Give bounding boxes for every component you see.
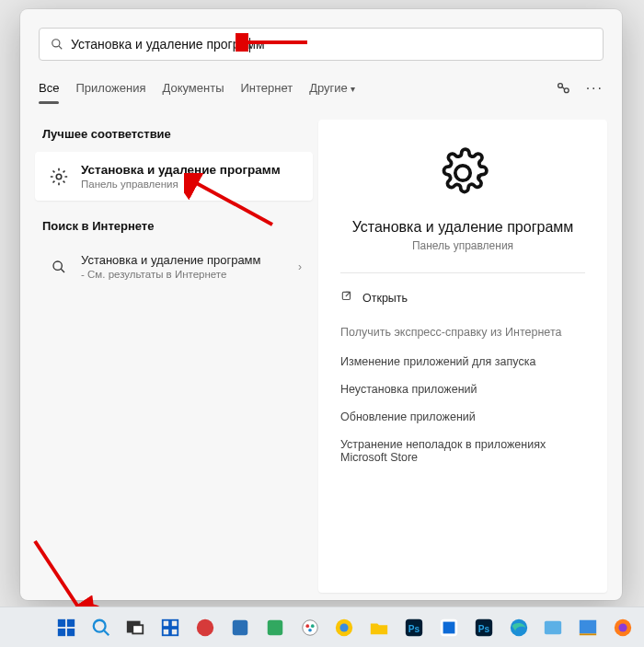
svg-line-6 bbox=[61, 269, 64, 272]
details-title: Установка и удаление программ bbox=[340, 219, 585, 236]
svg-point-23 bbox=[197, 618, 213, 635]
taskbar-app-icon[interactable] bbox=[298, 615, 322, 641]
results-column: Лучшее соответствие Установка и удаление… bbox=[28, 120, 313, 593]
tab-documents[interactable]: Документы bbox=[162, 75, 224, 100]
search-icon bbox=[51, 38, 63, 51]
svg-rect-21 bbox=[163, 628, 169, 634]
svg-rect-25 bbox=[268, 619, 283, 635]
svg-rect-39 bbox=[545, 620, 561, 634]
taskbar-app-icon[interactable] bbox=[193, 615, 217, 641]
svg-rect-13 bbox=[58, 628, 65, 635]
help-header: Получить экспресс-справку из Интернета bbox=[340, 326, 585, 339]
best-match-header: Лучшее соответствие bbox=[35, 120, 313, 150]
web-result-subtitle: - См. результаты в Интернете bbox=[81, 269, 289, 280]
open-label: Открыть bbox=[362, 292, 408, 305]
help-link[interactable]: Устранение неполадок в приложениях Micro… bbox=[340, 431, 585, 471]
taskbar-app-icon[interactable] bbox=[263, 615, 287, 641]
svg-text:Ps: Ps bbox=[478, 623, 490, 633]
result-subtitle: Панель управления bbox=[81, 179, 302, 190]
text-caret bbox=[249, 38, 250, 52]
svg-point-43 bbox=[618, 623, 627, 631]
taskbar-app-icon[interactable] bbox=[576, 615, 600, 641]
svg-rect-22 bbox=[171, 628, 178, 634]
help-link[interactable]: Обновление приложений bbox=[340, 403, 585, 431]
svg-point-31 bbox=[340, 623, 349, 631]
details-subtitle: Панель управления bbox=[340, 239, 585, 252]
taskbar-app-icon[interactable] bbox=[437, 615, 461, 641]
web-search-header: Поиск в Интернете bbox=[35, 212, 313, 242]
chevron-down-icon: ▾ bbox=[351, 84, 355, 94]
taskbar-start-button[interactable] bbox=[54, 615, 78, 641]
svg-rect-41 bbox=[580, 633, 596, 635]
divider bbox=[340, 272, 585, 273]
svg-point-26 bbox=[302, 619, 317, 635]
taskbar-app-icon[interactable] bbox=[542, 615, 566, 641]
tab-internet[interactable]: Интернет bbox=[240, 75, 293, 100]
svg-point-4 bbox=[56, 174, 62, 179]
help-link[interactable]: Неустановка приложений bbox=[340, 375, 585, 403]
gear-icon bbox=[46, 164, 72, 190]
taskbar: Ps Ps bbox=[0, 607, 644, 647]
taskbar-app-icon[interactable] bbox=[367, 615, 391, 641]
web-result-item[interactable]: Установка и удаление программ - См. резу… bbox=[35, 244, 313, 289]
svg-point-38 bbox=[510, 618, 526, 635]
taskbar-taskview-button[interactable] bbox=[124, 615, 148, 641]
chevron-right-icon: › bbox=[298, 260, 302, 273]
taskbar-app-icon[interactable]: Ps bbox=[472, 615, 496, 641]
svg-rect-24 bbox=[233, 619, 248, 635]
search-input[interactable] bbox=[71, 37, 592, 52]
svg-point-5 bbox=[53, 261, 62, 270]
tab-all[interactable]: Все bbox=[39, 75, 59, 100]
search-icon bbox=[46, 254, 72, 280]
svg-rect-40 bbox=[580, 619, 596, 633]
more-icon[interactable]: ··· bbox=[586, 80, 604, 97]
taskbar-search-button[interactable] bbox=[89, 615, 113, 641]
start-search-panel: Все Приложения Документы Интернет Другие… bbox=[20, 9, 622, 600]
web-result-title: Установка и удаление программ bbox=[81, 253, 289, 267]
open-action[interactable]: Открыть bbox=[340, 288, 585, 307]
best-match-result[interactable]: Установка и удаление программ Панель упр… bbox=[35, 152, 313, 201]
taskbar-app-icon[interactable] bbox=[333, 615, 357, 641]
svg-rect-20 bbox=[171, 619, 178, 626]
svg-line-16 bbox=[104, 630, 109, 635]
taskbar-firefox-icon[interactable] bbox=[611, 615, 635, 641]
gear-icon bbox=[437, 147, 489, 202]
svg-rect-11 bbox=[58, 618, 65, 626]
result-title: Установка и удаление программ bbox=[81, 163, 302, 177]
svg-point-2 bbox=[558, 83, 562, 87]
svg-point-28 bbox=[311, 624, 315, 628]
panel-body: Лучшее соответствие Установка и удаление… bbox=[20, 107, 622, 600]
svg-rect-14 bbox=[67, 628, 75, 635]
svg-point-0 bbox=[52, 40, 60, 47]
svg-rect-18 bbox=[133, 625, 144, 633]
svg-point-15 bbox=[93, 619, 105, 631]
svg-rect-35 bbox=[443, 621, 455, 633]
details-column: Установка и удаление программ Панель упр… bbox=[318, 120, 607, 593]
filter-icon[interactable] bbox=[555, 80, 571, 97]
svg-rect-12 bbox=[67, 618, 75, 626]
svg-point-27 bbox=[305, 624, 309, 628]
svg-text:Ps: Ps bbox=[408, 623, 420, 633]
search-box[interactable] bbox=[39, 28, 604, 61]
svg-line-1 bbox=[59, 46, 62, 49]
tab-more[interactable]: Другие▾ bbox=[309, 75, 355, 100]
svg-point-3 bbox=[564, 87, 569, 92]
search-row bbox=[20, 9, 622, 70]
help-link[interactable]: Изменение приложений для запуска bbox=[340, 348, 585, 375]
tab-apps[interactable]: Приложения bbox=[75, 75, 145, 100]
taskbar-widgets-button[interactable] bbox=[158, 615, 182, 641]
svg-rect-19 bbox=[163, 619, 169, 626]
taskbar-app-icon[interactable] bbox=[228, 615, 252, 641]
open-icon bbox=[340, 290, 353, 306]
taskbar-edge-icon[interactable] bbox=[507, 615, 531, 641]
taskbar-app-icon[interactable]: Ps bbox=[402, 615, 426, 641]
search-tabs: Все Приложения Документы Интернет Другие… bbox=[20, 70, 622, 107]
svg-point-29 bbox=[308, 628, 312, 631]
